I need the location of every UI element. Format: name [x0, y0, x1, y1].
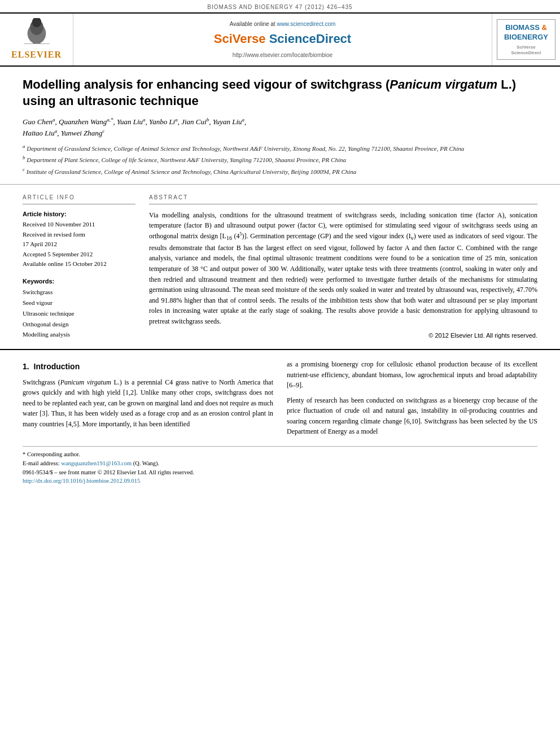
section-number: 1. [23, 362, 29, 371]
keywords-list: Switchgrass Seed vigour Ultrasonic techn… [23, 287, 135, 339]
abstract-column: ABSTRACT Via modelling analysis, conditi… [149, 194, 537, 340]
issn-note: 0961-9534/$ – see front matter © 2012 El… [23, 468, 537, 477]
elsevier-logo-box: ELSEVIER [0, 14, 73, 65]
article-dates: Received 10 November 2011 Received in re… [23, 220, 135, 269]
keywords-label: Keywords: [23, 277, 135, 286]
journal-citation: BIOMASS AND BIOENERGY 47 (2012) 426–435 [0, 0, 560, 12]
email-link[interactable]: wangquanzhen191@163.com [61, 460, 132, 466]
sciencedirect-link[interactable]: www.sciencedirect.com [277, 21, 335, 27]
intro-body-col1: Switchgrass (Panicum virgatum L.) is a p… [23, 377, 273, 430]
main-content: 1. Introduction Switchgrass (Panicum vir… [0, 350, 560, 495]
elsevier-tree-icon [17, 18, 56, 46]
abstract-text: Via modelling analysis, conditions for t… [149, 210, 537, 327]
keyword-1: Switchgrass [23, 287, 135, 298]
word-three: three [394, 265, 408, 273]
keyword-4: Orthogonal design [23, 319, 135, 330]
biomass-logo-box: BIOMASS & BIOENERGY SciVerse ScienceDire… [492, 14, 560, 65]
keyword-3: Ultrasonic technique [23, 308, 135, 319]
intro-two-col: 1. Introduction Switchgrass (Panicum vir… [23, 359, 537, 442]
article-title-section: Modelling analysis for enhancing seed vi… [0, 67, 560, 184]
keyword-5: Modelling analysis [23, 329, 135, 340]
article-info-header: ARTICLE INFO [23, 194, 135, 204]
section-title-text: Introduction [34, 362, 80, 371]
sciverse-box: Available online at www.sciencedirect.co… [73, 14, 492, 65]
available-online-text: Available online at www.sciencedirect.co… [230, 20, 336, 28]
revised-date: 17 April 2012 [23, 239, 135, 250]
revised-form-label: Received in revised form [23, 230, 135, 240]
article-info-abstract: ARTICLE INFO Article history: Received 1… [0, 185, 560, 349]
article-main-title: Modelling analysis for enhancing seed vi… [23, 77, 537, 109]
journal-url: http://www.elsevier.com/locate/biombioe [233, 51, 333, 59]
intro-col-left: 1. Introduction Switchgrass (Panicum vir… [23, 359, 273, 442]
article-info-column: ARTICLE INFO Article history: Received 1… [23, 194, 135, 340]
abstract-header: ABSTRACT [149, 194, 537, 204]
copyright-notice: © 2012 Elsevier Ltd. All rights reserved… [149, 331, 537, 340]
elsevier-wordmark: ELSEVIER [11, 49, 62, 61]
journal-header: ELSEVIER Available online at www.science… [0, 12, 560, 67]
doi-link[interactable]: http://dx.doi.org/10.1016/j.biombioe.201… [23, 478, 140, 484]
corresponding-note: * Corresponding author. [23, 450, 537, 459]
intro-col-right: as a promising bioenergy crop for cellul… [287, 359, 537, 442]
available-online-date: Available online 15 October 2012 [23, 259, 135, 269]
history-label: Article history: [23, 210, 135, 219]
received-date: Received 10 November 2011 [23, 220, 135, 230]
intro-body-col2: as a promising bioenergy crop for cellul… [287, 359, 537, 437]
intro-section-title: 1. Introduction [23, 361, 273, 373]
footnotes: * Corresponding author. E-mail address: … [23, 446, 537, 486]
accepted-date: Accepted 5 September 2012 [23, 250, 135, 260]
biomass-journal-logo: BIOMASS & BIOENERGY SciVerse ScienceDire… [497, 19, 555, 60]
doi-note: http://dx.doi.org/10.1016/j.biombioe.201… [23, 477, 537, 486]
affiliations: a Department of Grassland Science, Colle… [23, 143, 537, 176]
email-note: E-mail address: wangquanzhen191@163.com … [23, 459, 537, 468]
keyword-2: Seed vigour [23, 298, 135, 308]
authors-list: Guo Chena, Quanzhen Wanga,*, Yuan Liua, … [23, 116, 537, 139]
sciverse-title: SciVerse ScienceDirect [214, 30, 351, 48]
